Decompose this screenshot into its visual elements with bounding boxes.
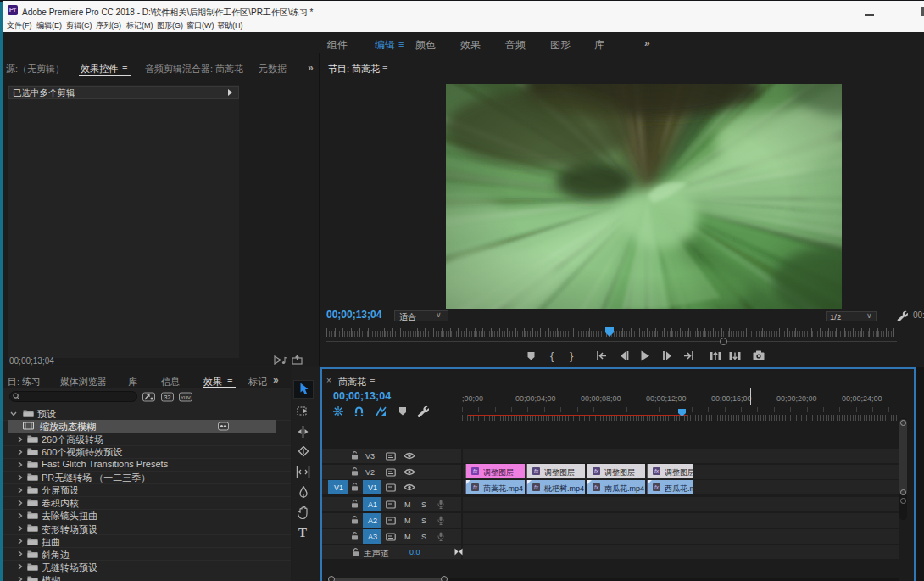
svg-text:YUV: YUV (181, 395, 191, 400)
svg-text:32: 32 (164, 394, 171, 400)
